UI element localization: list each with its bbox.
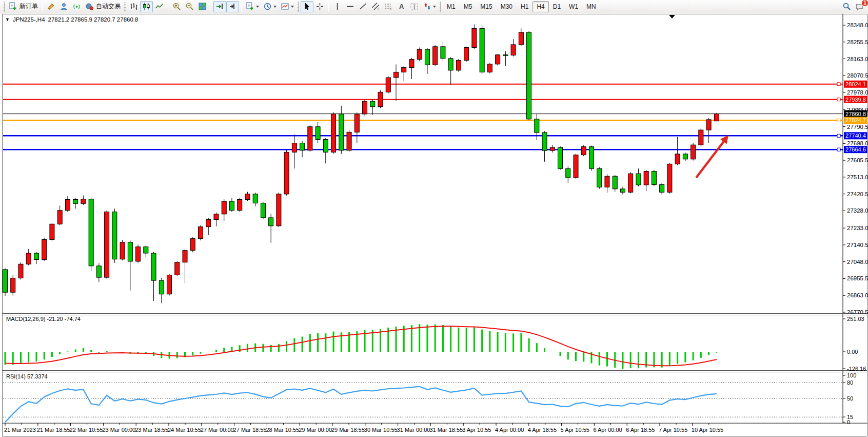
new-order-button[interactable]: 新订单 xyxy=(7,1,40,12)
chart-window[interactable]: ▼ JPN225-,H4 27821.2 27865.9 27820.7 278… xyxy=(0,13,868,437)
x-tick-label: 23 Mar 00:00 xyxy=(102,427,135,433)
periods-button[interactable] xyxy=(261,1,279,12)
timeframe-button-d1[interactable]: D1 xyxy=(549,1,565,12)
chart-ohlc-values: 27821.2 27865.9 27820.7 27860.8 xyxy=(48,16,139,23)
person-icon xyxy=(60,2,68,11)
shift-icon xyxy=(228,2,237,11)
indicators-button[interactable] xyxy=(244,1,261,12)
fibonacci-button[interactable]: F xyxy=(382,1,395,12)
candle xyxy=(574,155,578,178)
candle xyxy=(597,168,602,187)
hline-handle[interactable] xyxy=(837,119,840,122)
equidistant-channel-button[interactable]: E xyxy=(369,1,382,12)
timeframe-button-h1[interactable]: H1 xyxy=(517,1,532,12)
timeframe-button-mn[interactable]: MN xyxy=(582,1,600,12)
bars-icon xyxy=(129,2,138,11)
trend-arrow-annotation[interactable] xyxy=(696,141,724,178)
toolbar-grip xyxy=(439,2,442,12)
hline-handle[interactable] xyxy=(837,134,840,137)
templates-button[interactable] xyxy=(279,1,296,12)
notifications-button[interactable]: 1 xyxy=(853,1,866,12)
svg-text:E: E xyxy=(378,7,380,11)
candle xyxy=(620,189,625,192)
autotrading-button[interactable]: 自动交易 xyxy=(83,1,123,12)
text-label-button[interactable]: T xyxy=(408,1,421,12)
candle xyxy=(503,55,508,56)
candle xyxy=(613,176,617,189)
chart-menu-icon[interactable]: ▼ xyxy=(5,17,10,22)
macd-scale-label: -126.16 xyxy=(847,366,866,372)
line-chart-button[interactable] xyxy=(153,1,166,12)
toolbar-separator xyxy=(168,2,168,12)
candle xyxy=(300,143,305,150)
tile-windows-button[interactable] xyxy=(196,1,209,12)
metaeditor-button[interactable] xyxy=(45,1,57,12)
crosshair-button[interactable] xyxy=(313,1,326,12)
x-tick-label: 27 Mar 00:00 xyxy=(201,427,234,433)
candle-chart-button[interactable] xyxy=(140,1,153,12)
text-t-icon: T xyxy=(410,2,419,11)
candle xyxy=(605,176,609,187)
y-tick-label: 28348.0 xyxy=(847,22,868,28)
y-tick-label: 27978.0 xyxy=(847,89,868,96)
tiles-icon xyxy=(198,2,207,11)
timeframe-button-h4[interactable]: H4 xyxy=(532,1,548,12)
timeframe-button-m5[interactable]: M5 xyxy=(460,1,477,12)
timeframe-button-m1[interactable]: M1 xyxy=(443,1,460,12)
candle xyxy=(628,174,633,192)
candle xyxy=(175,262,180,275)
x-tick-label: 21 Mar 18:55 xyxy=(37,427,70,433)
toolbar-grip xyxy=(123,2,127,12)
candle xyxy=(706,120,711,130)
x-tick-label: 6 Apr 18:55 xyxy=(626,427,655,433)
candle xyxy=(714,114,719,121)
candle xyxy=(183,251,187,262)
y-tick-label: 27140.5 xyxy=(847,242,868,248)
candle xyxy=(151,253,156,280)
vertical-line-button[interactable] xyxy=(331,1,344,12)
candle xyxy=(159,280,164,294)
candle xyxy=(660,184,664,192)
hline-handle[interactable] xyxy=(837,83,840,86)
auto-scroll-button[interactable] xyxy=(213,1,226,12)
y-tick-label: 28255.5 xyxy=(847,39,868,45)
arrow-objects-icon xyxy=(423,2,431,11)
rsi-scale-label: 50 xyxy=(847,395,853,402)
candle xyxy=(57,211,62,224)
y-tick-label: 28070.5 xyxy=(847,72,868,79)
candle xyxy=(363,101,367,114)
candle xyxy=(284,152,289,194)
chart-shift-button[interactable] xyxy=(226,1,239,12)
y-tick-label: 27790.5 xyxy=(847,124,868,130)
zoom-out-button[interactable] xyxy=(183,1,196,12)
search-button[interactable] xyxy=(840,1,853,12)
chart-title: ▼ JPN225-,H4 27821.2 27865.9 27820.7 278… xyxy=(5,16,138,23)
candle xyxy=(96,266,101,277)
timeframe-button-m30[interactable]: M30 xyxy=(497,1,517,12)
cursor-button[interactable] xyxy=(301,1,313,12)
text-button[interactable]: A xyxy=(395,1,408,12)
horizontal-line-button[interactable] xyxy=(344,1,357,12)
chart-canvas[interactable]: 28348.028255.528163.028070.527978.027883… xyxy=(0,13,868,437)
arrows-button[interactable] xyxy=(421,1,438,12)
crosshair-icon xyxy=(315,2,324,11)
candle xyxy=(206,219,211,226)
bar-chart-button[interactable] xyxy=(127,1,140,12)
candle xyxy=(269,218,273,226)
candle xyxy=(496,55,500,64)
timeframe-button-m15[interactable]: M15 xyxy=(476,1,496,12)
hline-handle[interactable] xyxy=(837,98,840,101)
hline-icon xyxy=(346,2,354,11)
chevron-down-icon xyxy=(273,6,277,8)
candle xyxy=(581,147,586,155)
signals-button[interactable] xyxy=(70,1,83,12)
hline-handle[interactable] xyxy=(837,148,840,151)
candle xyxy=(34,253,38,259)
rsi-scale-label: 0 xyxy=(847,419,850,425)
candle xyxy=(566,168,570,178)
timeframe-button-w1[interactable]: W1 xyxy=(565,1,582,12)
candle xyxy=(417,49,422,59)
community-button[interactable] xyxy=(57,1,70,12)
zoom-in-button[interactable] xyxy=(170,1,183,12)
trendline-button[interactable] xyxy=(357,1,369,12)
